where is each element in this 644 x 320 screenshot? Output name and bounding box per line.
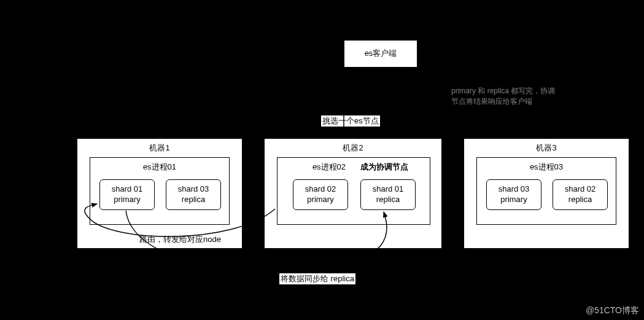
- machine-2: 机器2 es进程02 成为协调节点 shard 02 primary shard…: [264, 138, 442, 249]
- annotation-respond-line2: 节点将结果响应给客户端: [451, 96, 555, 107]
- coordinator-label: 成为协调节点: [360, 162, 408, 173]
- shard-03-replica: shard 03 replica: [166, 179, 221, 210]
- annotation-select-node: 挑选一个es节点: [321, 115, 380, 127]
- shard-01-replica-l1: shard 01: [373, 184, 404, 195]
- shard-01-replica-l2: replica: [376, 195, 400, 205]
- shard-01-replica: shard 01 replica: [360, 179, 416, 210]
- process-01-label: es进程01: [143, 162, 176, 171]
- shard-03-primary: shard 03 primary: [486, 179, 541, 210]
- machine-3-title: 机器3: [536, 143, 556, 152]
- process-02-label: es进程02: [312, 162, 346, 171]
- shard-02-primary-l1: shard 02: [305, 184, 336, 195]
- process-03-label: es进程03: [530, 162, 563, 171]
- shard-02-primary-l2: primary: [307, 195, 333, 205]
- process-02: es进程02 成为协调节点 shard 02 primary shard 01 …: [277, 157, 430, 225]
- shard-02-primary: shard 02 primary: [293, 179, 348, 210]
- machine-1-title: 机器1: [149, 143, 169, 152]
- shard-03-primary-l1: shard 03: [499, 184, 530, 195]
- annotation-route: 路由，转发给对应node: [138, 234, 222, 245]
- shard-03-replica-l2: replica: [182, 195, 205, 205]
- shard-01-primary-l1: shard 01: [112, 184, 143, 195]
- shard-01-primary: shard 01 primary: [99, 179, 155, 210]
- process-01: es进程01 shard 01 primary shard 03 replica: [90, 157, 230, 225]
- shard-02-replica: shard 02 replica: [553, 179, 608, 210]
- annotation-sync: 将数据同步给 replica: [279, 273, 355, 284]
- shard-02-replica-l2: replica: [568, 195, 592, 205]
- annotation-respond: primary 和 replica 都写完，协调 节点将结果响应给客户端: [451, 86, 555, 107]
- machine-3: 机器3 es进程03 shard 03 primary shard 02 rep…: [464, 138, 629, 249]
- es-client-label: es客户端: [365, 49, 397, 58]
- annotation-respond-line1: primary 和 replica 都写完，协调: [451, 86, 555, 96]
- watermark: @51CTO博客: [586, 305, 639, 316]
- shard-01-primary-l2: primary: [114, 195, 140, 205]
- shard-02-replica-l1: shard 02: [565, 184, 596, 195]
- process-03: es进程03 shard 03 primary shard 02 replica: [476, 157, 616, 225]
- es-client-box: es客户端: [344, 40, 417, 68]
- shard-03-replica-l1: shard 03: [178, 184, 209, 195]
- shard-03-primary-l2: primary: [500, 195, 527, 205]
- machine-1: 机器1 es进程01 shard 01 primary shard 03 rep…: [77, 138, 242, 249]
- machine-2-title: 机器2: [343, 143, 363, 152]
